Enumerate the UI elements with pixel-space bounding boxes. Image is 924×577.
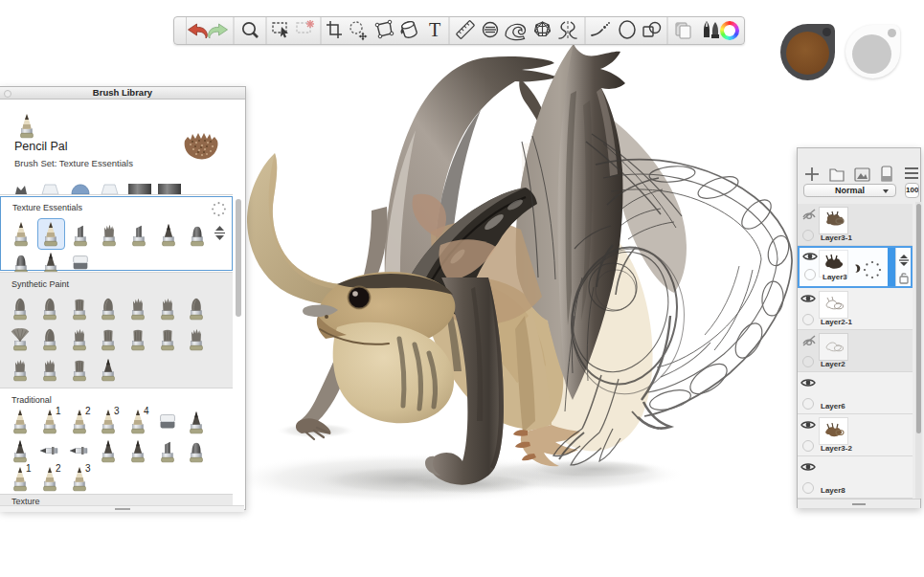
svg-text:T: T [429, 19, 440, 40]
